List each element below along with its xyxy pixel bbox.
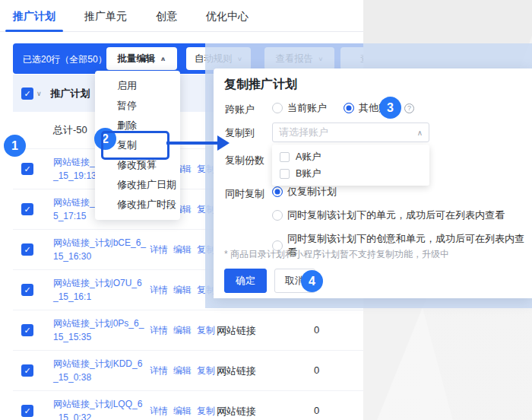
arrow-head-icon (217, 135, 230, 151)
account-select[interactable]: 请选择账户 ∧ (272, 123, 429, 142)
plan-name-line2: _15_0:32 (53, 411, 154, 420)
plan-type-cell: 网站链接 (217, 364, 256, 378)
action-copy[interactable]: 复制 (197, 364, 215, 377)
batch-menu-item[interactable]: 修改推广时段 (95, 195, 180, 215)
table-row: ✓ 网站链接_计划KDD_6 _15_0:38 详情 编辑 复制 ⋮ 网站链接 (13, 351, 363, 391)
step-badge-1: 1 (4, 135, 26, 157)
total-label: 总计-50 (53, 123, 87, 137)
tab-item[interactable]: 推广单元 (77, 0, 135, 31)
batch-menu-item[interactable]: 修改推广日期 (95, 175, 180, 195)
action-detail[interactable]: 详情 (150, 284, 168, 297)
action-detail[interactable]: 详情 (150, 243, 168, 256)
step-badge-4: 4 (301, 270, 323, 292)
copy-item-highlight-box (101, 131, 169, 160)
action-edit[interactable]: 编辑 (173, 243, 192, 256)
plan-name-line2: _15_16:1 (53, 290, 154, 304)
action-edit[interactable]: 编辑 (173, 324, 192, 337)
modal-title: 复制推广计划 (224, 77, 297, 93)
tab-item[interactable]: 创意 (148, 0, 185, 31)
selection-count: 已选20行（全部50） (23, 53, 107, 66)
plan-name-line2: 15_15:35 (53, 330, 154, 344)
radio-label: 同时复制该计划下的单元，成功后可在列表内查看 (287, 208, 505, 222)
option-label: B账户 (296, 167, 321, 180)
select-menu-chevron-icon[interactable]: ∨ (36, 90, 42, 97)
tutorial-screenshot: 推广计划 推广单元 创意 优化中心 已选20行（全部50） 批量编辑 ∧ (0, 0, 532, 420)
select-all-checkbox[interactable]: ✓ (21, 88, 33, 100)
action-edit[interactable]: 编辑 (173, 405, 192, 418)
table-row: ✓ 网站链接_计划0Ps_6_ 15_15:35 详情 编辑 复制 ⋮ 网站链接 (13, 310, 363, 351)
action-detail[interactable]: 详情 (150, 405, 168, 418)
row-checkbox[interactable]: ✓ (21, 364, 33, 377)
account-option[interactable]: A账户 (272, 148, 429, 165)
step-badge-3: 3 (379, 97, 401, 119)
tab-item[interactable]: 优化中心 (198, 0, 256, 31)
plan-name-link[interactable]: 网站链接_计划O7U_6 _15_16:1 (53, 276, 154, 304)
modal-footnote: * 商品目录计划和小程序计划暂不支持复制功能，升级中 (224, 248, 449, 261)
action-detail[interactable]: 详情 (150, 364, 168, 377)
radio-icon[interactable] (272, 210, 283, 221)
option-checkbox[interactable] (280, 152, 290, 162)
plan-name-line1: 网站链接_计划LQQ_6 (53, 397, 154, 411)
action-copy[interactable]: 复制 (197, 324, 215, 337)
row-checkbox[interactable]: ✓ (21, 405, 33, 417)
radio-option[interactable]: 当前账户 ? (272, 101, 327, 115)
radio-option[interactable]: 同时复制该计划下的单元，成功后可在列表内查看 (272, 208, 532, 222)
plan-value-cell: 0 (314, 364, 319, 376)
account-options-panel: A账户 B账户 (272, 145, 429, 186)
action-edit[interactable]: 编辑 (173, 364, 192, 377)
chevron-icon: ∧ (160, 56, 166, 62)
confirm-button[interactable]: 确定 (224, 269, 267, 293)
action-detail[interactable]: 详情 (150, 324, 168, 337)
row-checkbox[interactable]: ✓ (21, 203, 33, 215)
radio-label: 当前账户 (287, 101, 327, 115)
plan-name-link[interactable]: 网站链接_计划bCE_6_ 15_16:30 (53, 236, 154, 263)
plan-name-line1: 网站链接_计划KDD_6 (53, 357, 154, 371)
plan-name-link[interactable]: 网站链接_计划KDD_6 _15_0:38 (53, 357, 154, 384)
plan-name-line1: 网站链接_计划0Ps_6_ (53, 317, 154, 330)
batch-menu-item[interactable]: 暂停 (95, 96, 180, 116)
radio-label: 仅复制计划 (287, 185, 337, 199)
plan-name-line2: _15_0:38 (53, 371, 154, 384)
radio-option[interactable]: 仅复制计划 (272, 185, 532, 199)
plan-name-line1: 网站链接_计划bCE_6_ (53, 236, 154, 250)
plan-type-cell: 网站链接 (217, 405, 256, 418)
row-checkbox[interactable]: ✓ (21, 163, 33, 175)
plan-column-header: 推广计划 (51, 87, 90, 100)
select-placeholder: 请选择账户 (279, 126, 417, 139)
action-copy[interactable]: 复制 (197, 405, 215, 418)
row-checkbox[interactable]: ✓ (21, 324, 33, 336)
action-edit[interactable]: 编辑 (173, 284, 192, 297)
arrow-line (166, 142, 218, 145)
toolbar-button-label: 批量编辑 (117, 52, 155, 65)
tab-item[interactable]: 推广计划 (5, 0, 63, 31)
option-label: A账户 (296, 151, 321, 164)
cross-account-label: 跨账户 (225, 103, 255, 116)
batch-menu-item[interactable]: 启用 (95, 76, 180, 96)
plan-name-line1: 网站链接_计划O7U_6 (53, 276, 154, 290)
tab-bar: 推广计划 推广单元 创意 优化中心 (0, 0, 363, 32)
radio-icon[interactable] (344, 103, 354, 113)
radio-icon[interactable] (272, 103, 283, 113)
plan-type-cell: 网站链接 (217, 324, 256, 338)
table-row: ✓ 网站链接_计划LQQ_6 _15_0:32 详情 编辑 复制 ⋮ 网站链接 (13, 391, 363, 420)
help-icon[interactable]: ? (404, 103, 414, 113)
copy-count-label: 复制份数 (225, 154, 264, 167)
account-option[interactable]: B账户 (272, 165, 429, 182)
copy-scope-label: 同时复制 (225, 187, 264, 201)
plan-name-link[interactable]: 网站链接_计划0Ps_6_ 15_15:35 (53, 317, 154, 344)
chevron-up-icon: ∧ (417, 129, 423, 137)
plan-name-line2: 15_16:30 (53, 250, 154, 263)
copy-plan-modal: 复制推广计划 跨账户 当前账户 ? 其他账户 ? 复制到 请选择账户 ∧ (214, 68, 532, 298)
row-checkbox[interactable]: ✓ (21, 243, 33, 256)
row-checkbox[interactable]: ✓ (21, 284, 33, 296)
plan-value-cell: 0 (314, 324, 319, 336)
option-checkbox[interactable] (280, 169, 290, 179)
plan-name-link[interactable]: 网站链接_计划LQQ_6 _15_0:32 (53, 397, 154, 420)
plan-value-cell: 0 (314, 405, 319, 416)
toolbar-button[interactable]: 批量编辑 ∧ (106, 47, 177, 70)
radio-icon[interactable] (272, 186, 283, 197)
